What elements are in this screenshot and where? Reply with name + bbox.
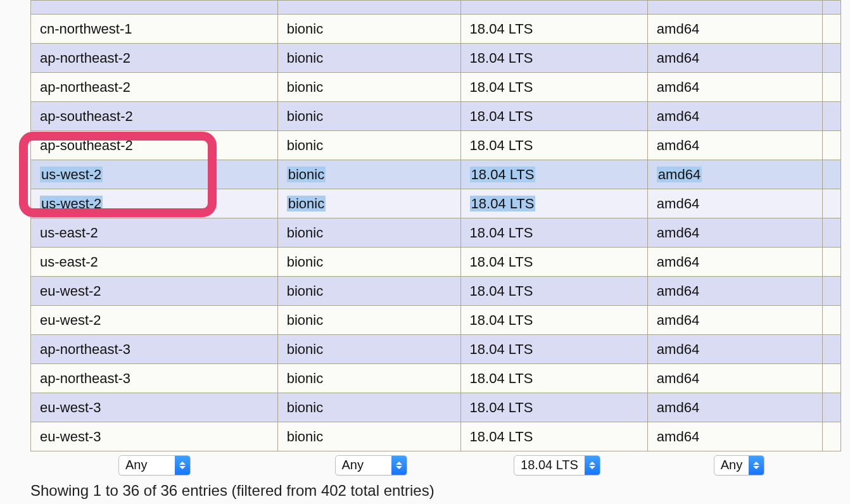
cell-region: eu-west-3 [31,393,278,422]
cell-region: us-west-2 [31,160,278,189]
table-row[interactable]: eu-west-3bionic18.04 LTSamd64 [31,393,841,422]
table-row[interactable]: us-west-2bionic18.04 LTSamd64 [31,189,841,218]
cell-region: us-east-2 [31,248,278,277]
cell-region: us-east-2 [31,218,278,248]
table-row[interactable]: ap-northeast-3bionic18.04 LTSamd64 [31,364,841,393]
cell-tail [822,1,840,15]
table-row[interactable]: ap-southeast-2bionic18.04 LTSamd64 [31,102,841,131]
cell-version: 18.04 LTS [460,15,647,44]
cell-version: 18.04 LTS [460,131,647,160]
cell-arch: amd64 [647,306,822,335]
table-row[interactable]: us-west-2bionic18.04 LTSamd64 [31,160,841,189]
table-row[interactable]: eu-west-3bionic18.04 LTSamd64 [31,422,841,451]
cell-name: bionic [277,15,460,44]
cell-tail [822,189,840,218]
cell-name: bionic [277,160,460,189]
cell-name: bionic [277,218,460,248]
cell-version: 18.04 LTS [460,44,647,73]
cell-version: 18.04 LTS [460,102,647,131]
cell-region: ap-southeast-2 [31,131,278,160]
cell-version: 18.04 LTS [460,73,647,102]
cell-name: bionic [277,277,460,306]
cell-arch: amd64 [647,73,822,102]
cell-version: 18.04 LTS [460,277,647,306]
filter-version-label: 18.04 LTS [514,456,585,475]
cell-arch: amd64 [647,393,822,422]
table-row[interactable]: cn-northwest-1bionic18.04 LTSamd64 [31,15,841,44]
table-row[interactable]: ap-northeast-3bionic18.04 LTSamd64 [31,335,841,364]
cell-region: us-west-2 [31,189,278,218]
cell-name: bionic [277,393,460,422]
cell-tail [822,44,840,73]
cell-name [277,1,460,15]
filter-row: Any Any 18.04 LTS Any [30,455,841,476]
cell-arch: amd64 [647,364,822,393]
table-row[interactable]: eu-west-2bionic18.04 LTSamd64 [31,306,841,335]
cell-version: 18.04 LTS [460,364,647,393]
cell-arch: amd64 [647,335,822,364]
cell-version: 18.04 LTS [460,306,647,335]
cell-region: ap-northeast-2 [31,44,278,73]
cell-tail [822,422,840,451]
table-status-text: Showing 1 to 36 of 36 entries (filtered … [30,482,850,500]
cell-arch: amd64 [647,102,822,131]
table-row[interactable]: eu-west-2bionic18.04 LTSamd64 [31,277,841,306]
filter-version-select[interactable]: 18.04 LTS [514,455,600,476]
table-row[interactable] [31,1,841,15]
cell-version: 18.04 LTS [460,189,647,218]
cell-arch: amd64 [647,218,822,248]
cell-arch: amd64 [647,160,822,189]
chevron-updown-icon [175,456,190,475]
cell-tail [822,15,840,44]
cell-name: bionic [277,73,460,102]
cell-version: 18.04 LTS [460,422,647,451]
cell-region: ap-northeast-2 [31,73,278,102]
cell-arch: amd64 [647,15,822,44]
cell-name: bionic [277,422,460,451]
filter-region-select[interactable]: Any [118,455,191,476]
cell-name: bionic [277,335,460,364]
cell-arch: amd64 [647,248,822,277]
filter-region-label: Any [119,456,175,475]
chevron-updown-icon [391,456,407,475]
cell-tail [822,218,840,248]
cell-arch: amd64 [647,44,822,73]
cell-arch: amd64 [647,277,822,306]
cell-name: bionic [277,248,460,277]
cell-version [460,1,647,15]
chevron-updown-icon [749,456,764,475]
cell-arch [647,1,822,15]
cell-region [31,1,278,15]
filter-arch-select[interactable]: Any [714,455,764,476]
cell-name: bionic [277,306,460,335]
chevron-updown-icon [585,456,600,475]
cell-version: 18.04 LTS [460,160,647,189]
cell-region: ap-southeast-2 [31,102,278,131]
cell-tail [822,248,840,277]
table-row[interactable]: ap-northeast-2bionic18.04 LTSamd64 [31,44,841,73]
cell-tail [822,364,840,393]
cell-name: bionic [277,189,460,218]
table-row[interactable]: ap-southeast-2bionic18.04 LTSamd64 [31,131,841,160]
table-row[interactable]: us-east-2bionic18.04 LTSamd64 [31,248,841,277]
cell-version: 18.04 LTS [460,248,647,277]
filter-name-select[interactable]: Any [335,455,407,476]
cell-arch: amd64 [647,422,822,451]
cell-arch: amd64 [647,131,822,160]
data-table: cn-northwest-1bionic18.04 LTSamd64ap-nor… [30,0,841,451]
table-row[interactable]: us-east-2bionic18.04 LTSamd64 [31,218,841,248]
cell-name: bionic [277,102,460,131]
table-row[interactable]: ap-northeast-2bionic18.04 LTSamd64 [31,73,841,102]
cell-region: cn-northwest-1 [31,15,278,44]
cell-region: eu-west-3 [31,422,278,451]
cell-tail [822,160,840,189]
filter-name-label: Any [336,456,391,475]
cell-name: bionic [277,131,460,160]
cell-name: bionic [277,44,460,73]
cell-tail [822,306,840,335]
cell-tail [822,277,840,306]
cell-tail [822,131,840,160]
cell-version: 18.04 LTS [460,335,647,364]
cell-version: 18.04 LTS [460,218,647,248]
cell-version: 18.04 LTS [460,393,647,422]
